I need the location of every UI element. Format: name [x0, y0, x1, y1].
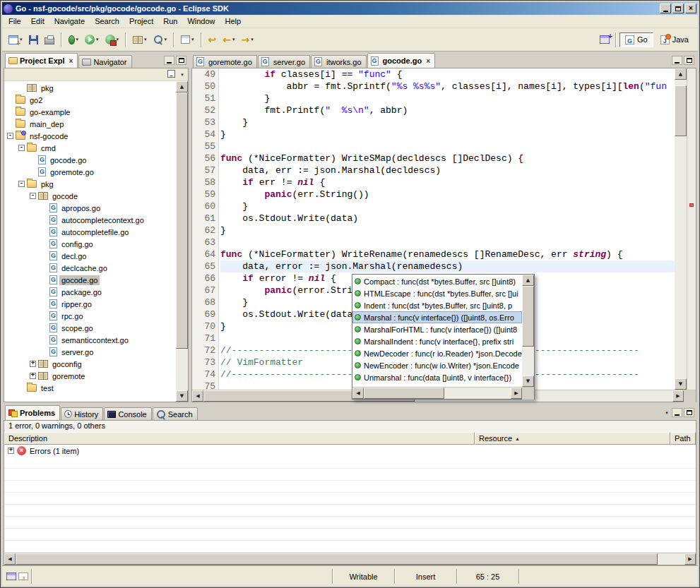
code-line-64[interactable]: func (*NiceFormatter) WriteRename(rename… — [220, 248, 675, 260]
tree-item-pkg[interactable]: pkg — [4, 82, 176, 94]
editor-tab-server-go[interactable]: Gserver.go — [258, 55, 310, 68]
tree-item-autocompletefile-go[interactable]: Gautocompletefile.go — [4, 226, 176, 238]
dropdown-arrow-icon[interactable]: ▾ — [96, 37, 99, 42]
maximize-view-button[interactable] — [176, 56, 186, 65]
tree-item-goremote[interactable]: +goremote — [4, 370, 176, 382]
scroll-down-button[interactable]: ▼ — [675, 378, 687, 390]
fast-view-java-button[interactable] — [18, 572, 28, 580]
code-line-57[interactable]: data, err := json.Marshal(decldescs) — [220, 164, 675, 176]
save-button[interactable] — [26, 31, 41, 48]
tree-item-nsf-gocode[interactable]: -nsf-gocode — [4, 130, 176, 142]
tree-item-main-dep[interactable]: main_dep — [4, 118, 176, 130]
tree-item-goremote-go[interactable]: Ggoremote.go — [4, 166, 176, 178]
dropdown-arrow-icon[interactable]: ▾ — [144, 37, 147, 42]
tree-item-autocompletecontext-go[interactable]: Gautocompletecontext.go — [4, 214, 176, 226]
scroll-track[interactable] — [364, 388, 511, 399]
completion-item-unmarshal[interactable]: Unmarshal : func(data []uint8, v interfa… — [352, 371, 522, 383]
popup-horizontal-scrollbar[interactable]: ◀ ▶ — [352, 387, 534, 399]
view-menu-button[interactable]: ▼ — [179, 73, 186, 77]
tree-item-rpc-go[interactable]: Grpc.go — [4, 310, 176, 322]
tree-item-cmd[interactable]: -cmd — [4, 142, 176, 154]
error-marker[interactable] — [689, 203, 694, 207]
dropdown-arrow-icon[interactable]: ▾ — [76, 37, 79, 42]
close-button[interactable]: × — [685, 4, 696, 13]
column-header-description[interactable]: Description — [4, 432, 475, 445]
completion-item-indent[interactable]: Indent : func(dst *bytes.Buffer, src []u… — [352, 299, 522, 311]
code-line-53[interactable]: } — [220, 116, 675, 128]
tree-item-apropos-go[interactable]: Gapropos.go — [4, 202, 176, 214]
tree-item-test[interactable]: test — [4, 382, 176, 394]
dropdown-arrow-icon[interactable]: ▾ — [251, 37, 254, 42]
code-line-56[interactable]: func (*NiceFormatter) WriteSMap(decldesc… — [220, 152, 675, 164]
tree-item-goconfig[interactable]: +goconfig — [4, 358, 176, 370]
tree-item-scope-go[interactable]: Gscope.go — [4, 322, 176, 334]
tree-item-semanticcontext-go[interactable]: Gsemanticcontext.go — [4, 334, 176, 346]
column-header-resource[interactable]: Resource▲ — [475, 432, 670, 445]
tree-item-gocode[interactable]: -gocode — [4, 190, 176, 202]
scroll-track[interactable] — [16, 553, 684, 565]
open-perspective-button[interactable] — [597, 31, 612, 48]
scroll-track[interactable] — [675, 80, 687, 378]
scroll-left-button[interactable]: ◀ — [352, 388, 364, 399]
scroll-track[interactable] — [176, 92, 188, 390]
scroll-right-button[interactable]: ▶ — [684, 553, 696, 565]
menu-file[interactable]: File — [4, 16, 26, 27]
tree-item-config-go[interactable]: Gconfig.go — [4, 238, 176, 250]
scroll-down-button[interactable]: ▼ — [176, 390, 188, 402]
code-line-61[interactable]: os.Stdout.Write(data) — [220, 212, 675, 224]
scroll-up-button[interactable]: ▲ — [675, 68, 687, 80]
scroll-thumb[interactable] — [675, 85, 687, 136]
overview-ruler[interactable] — [687, 68, 696, 390]
panel-tab-history[interactable]: History — [61, 407, 103, 420]
menu-help[interactable]: Help — [220, 16, 247, 27]
collapse-icon[interactable]: - — [18, 181, 25, 187]
code-line-55[interactable] — [220, 140, 675, 152]
maximize-panel-button[interactable] — [684, 408, 694, 417]
close-tab-icon[interactable]: × — [69, 57, 73, 65]
menu-search[interactable]: Search — [90, 16, 124, 27]
perspective-java[interactable]: Java — [655, 32, 694, 47]
menu-edit[interactable]: Edit — [26, 16, 49, 27]
run-button[interactable]: ▾ — [82, 31, 102, 48]
menu-run[interactable]: Run — [158, 16, 182, 27]
code-line-65[interactable]: data, error := json.Marshal(renamedescs) — [220, 260, 675, 272]
tree-item-server-go[interactable]: Gserver.go — [4, 346, 176, 358]
code-line-49[interactable]: if classes[i] == "func" { — [220, 68, 675, 80]
new-wizard-button[interactable]: ▾ — [6, 31, 25, 48]
scroll-left-button[interactable]: ◀ — [192, 390, 203, 402]
menu-window[interactable]: Window — [182, 16, 220, 27]
panel-tab-console[interactable]: Console — [104, 407, 151, 420]
editor-tab-gocode-go[interactable]: Ggocode.go× — [367, 53, 435, 68]
back-button[interactable]: ←▾ — [220, 31, 237, 48]
popup-vertical-scrollbar[interactable]: ▲ ▼ — [522, 275, 534, 387]
tree-item-ripper-go[interactable]: Gripper.go — [4, 298, 176, 310]
code-line-62[interactable]: } — [220, 224, 675, 236]
minimize-button[interactable] — [660, 4, 671, 13]
problems-row-errors-1-item[interactable]: +×Errors (1 item) — [4, 445, 696, 457]
minimize-panel-button[interactable] — [672, 408, 682, 417]
external-tools-button[interactable]: ▾ — [102, 31, 122, 48]
completion-item-compact[interactable]: Compact : func(dst *bytes.Buffer, src []… — [352, 275, 522, 287]
view-menu-button[interactable]: ▼ — [663, 411, 670, 415]
dropdown-arrow-icon[interactable]: ▾ — [191, 37, 194, 42]
code-line-60[interactable]: } — [220, 200, 675, 212]
scroll-up-button[interactable]: ▲ — [176, 81, 188, 92]
expand-icon[interactable]: + — [8, 448, 14, 454]
fast-view-button[interactable] — [6, 572, 16, 580]
collapse-icon[interactable]: - — [18, 145, 25, 151]
go-package-button[interactable]: ▾ — [130, 31, 150, 48]
tree-item-go2[interactable]: go2 — [4, 94, 176, 106]
tree-item-decl-go[interactable]: Gdecl.go — [4, 250, 176, 262]
scroll-thumb[interactable] — [364, 388, 444, 399]
code-line-54[interactable]: } — [220, 128, 675, 140]
editor-tab-goremote-go[interactable]: Ggoremote.go — [193, 55, 257, 68]
scroll-thumb[interactable] — [522, 286, 534, 347]
perspective-go[interactable]: Go — [619, 32, 653, 47]
menu-project[interactable]: Project — [124, 16, 158, 27]
explorer-vertical-scrollbar[interactable]: ▲ ▼ — [176, 81, 188, 402]
editor-vertical-scrollbar[interactable]: ▲ ▼ — [675, 68, 687, 390]
panel-tab-search[interactable]: Search — [153, 407, 198, 420]
tree-item-gocode-go[interactable]: Ggocode.go — [4, 274, 176, 286]
close-tab-icon[interactable]: × — [426, 57, 430, 65]
completion-item-newencoder[interactable]: NewEncoder : func(w io.Writer) *json.Enc… — [352, 359, 522, 371]
